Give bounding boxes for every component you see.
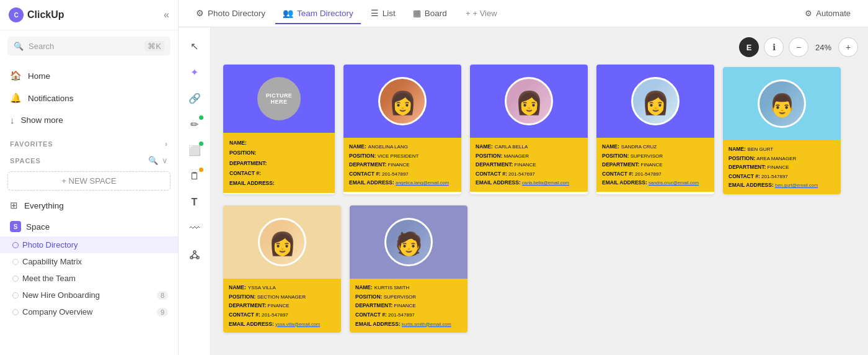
kurtis-card-top: 🧑	[350, 205, 467, 279]
magic-tool[interactable]: ✦	[184, 61, 206, 83]
cursor-tool[interactable]: ↖	[184, 35, 206, 57]
info-button[interactable]: ℹ	[764, 37, 784, 57]
link-tool[interactable]: 🔗	[184, 87, 206, 109]
favorites-section: FAVORITES ›	[0, 133, 178, 151]
network-tool[interactable]	[184, 243, 206, 266]
sidebar: C ClickUp « 🔍 Search ⌘K 🏠 Home 🔔 Notific…	[0, 0, 179, 355]
draw-icon: 〰	[190, 223, 200, 234]
app-name: ClickUp	[27, 9, 64, 20]
notifications-label: Notifications	[28, 94, 74, 103]
sidebar-item-space[interactable]: S Space	[0, 217, 178, 236]
tab-team-directory[interactable]: 👥 Team Directory	[275, 3, 361, 24]
app-logo[interactable]: C ClickUp	[9, 7, 64, 22]
profile-card-yssa[interactable]: 👩 NAME: YSSA VILLA POSITION: SECTION MAN…	[223, 205, 341, 333]
tab-board[interactable]: ▦ Board	[405, 3, 454, 24]
main-content: ⚙ Photo Directory 👥 Team Directory ☰ Lis…	[179, 0, 868, 355]
svg-line-3	[192, 253, 195, 256]
ben-card-info: NAME: BEN GURT POSITION: AREA MANAGER DE…	[723, 140, 841, 194]
sidebar-item-notifications[interactable]: 🔔 Notifications	[0, 87, 178, 109]
add-view-label: + View	[472, 9, 497, 18]
sidebar-item-capability-matrix[interactable]: Capability Matrix	[0, 253, 178, 270]
angelina-card-info: NAME: ANGELINA LANG POSITION: VICE PRESI…	[343, 138, 461, 192]
collapse-button[interactable]: «	[164, 9, 169, 20]
template-card[interactable]: PICTURE HERE NAME: POSITION: DEPARTMENT:…	[223, 65, 335, 194]
yssa-emoji: 👩	[260, 220, 304, 266]
everything-icon: ⊞	[10, 200, 18, 211]
space-name: Space	[26, 222, 50, 231]
new-hire-onboarding-label: New Hire Onboarding	[22, 290, 100, 300]
profile-card-carla[interactable]: 👩 NAME: CARLA BELLA POSITION: MANAGER DE…	[470, 65, 588, 194]
everything-label: Everything	[24, 201, 64, 210]
profile-card-kurtis[interactable]: 🧑 NAME: KURTIS SMITH POSITION: SUPERVISO…	[350, 205, 467, 333]
zoom-in-button[interactable]: +	[838, 37, 858, 57]
plus-icon: +	[846, 42, 851, 52]
pencil-dot	[199, 115, 203, 120]
pencil-icon: ✏	[190, 119, 198, 130]
sidebar-item-photo-directory[interactable]: Photo Directory	[0, 236, 178, 253]
template-card-bottom: NAME: POSITION: DEPARTMENT: CONTACT #: E…	[223, 133, 335, 193]
new-space-button[interactable]: + NEW SPACE	[7, 171, 170, 191]
info-icon: ℹ	[773, 42, 776, 52]
sidebar-nav: 🏠 Home 🔔 Notifications ↓ Show more	[0, 62, 178, 133]
rectangle-tool[interactable]: ⬜	[184, 139, 206, 161]
user-avatar[interactable]: E	[739, 37, 759, 57]
photo-directory-label: Photo Directory	[22, 240, 78, 249]
cards-container[interactable]: PICTURE HERE NAME: POSITION: DEPARTMENT:…	[211, 27, 868, 355]
text-tool[interactable]: T	[184, 191, 206, 213]
zoom-out-button[interactable]: −	[789, 37, 808, 57]
tab-photo-directory[interactable]: ⚙ Photo Directory	[188, 3, 273, 24]
angelina-avatar: 👩	[378, 77, 427, 125]
sticky-dot	[199, 168, 203, 172]
company-overview-label: Company Overview	[22, 307, 92, 317]
pencil-tool[interactable]: ✏	[184, 113, 206, 135]
toolbar: ↖ ✦ 🔗 ✏ ⬜ 🗒 T	[179, 27, 211, 355]
spaces-icons: 🔍 ∨	[148, 156, 168, 165]
spaces-header: SPACES 🔍 ∨	[0, 151, 178, 168]
add-view-button[interactable]: + + View	[459, 5, 503, 22]
sidebar-item-meet-the-team[interactable]: Meet the Team	[0, 270, 178, 287]
favorites-label: FAVORITES	[10, 140, 53, 148]
logo-icon: C	[9, 7, 24, 22]
carla-emoji: 👩	[507, 79, 551, 125]
cursor-icon: ↖	[190, 40, 198, 52]
sticky-tool[interactable]: 🗒	[184, 165, 206, 187]
magic-dot	[199, 63, 203, 68]
sidebar-item-show-more[interactable]: ↓ Show more	[0, 109, 178, 131]
rectangle-dot	[199, 142, 203, 146]
tab-bar: ⚙ Photo Directory 👥 Team Directory ☰ Lis…	[179, 0, 868, 27]
canvas-controls: E ℹ − 24% +	[739, 37, 858, 57]
sidebar-item-home[interactable]: 🏠 Home	[0, 65, 178, 87]
photo-directory-tab-icon: ⚙	[196, 8, 204, 18]
draw-tool[interactable]: 〰	[184, 217, 206, 240]
kurtis-emoji: 🧑	[386, 220, 431, 266]
profile-card-angelina[interactable]: 👩 NAME: ANGELINA LANG POSITION: VICE PRE…	[343, 65, 461, 194]
spaces-label: SPACES	[10, 157, 41, 164]
tab-list[interactable]: ☰ List	[363, 3, 403, 24]
canvas-area[interactable]: ↖ ✦ 🔗 ✏ ⬜ 🗒 T	[179, 27, 868, 355]
show-more-icon: ↓	[10, 115, 15, 125]
home-label: Home	[28, 71, 50, 81]
yssa-card-info: NAME: YSSA VILLA POSITION: SECTION MANAG…	[223, 279, 341, 333]
spaces-search-icon[interactable]: 🔍	[148, 156, 158, 165]
kurtis-card-info: NAME: KURTIS SMITH POSITION: SUPERVISOR …	[350, 279, 467, 333]
search-icon: 🔍	[14, 42, 24, 51]
sidebar-item-everything[interactable]: ⊞ Everything	[0, 194, 178, 217]
automate-icon: ⚙	[805, 9, 812, 18]
link-icon: 🔗	[188, 92, 201, 104]
home-icon: 🏠	[10, 70, 22, 81]
automate-button[interactable]: ⚙ Automate	[797, 5, 858, 22]
sandra-card-info: NAME: SANDRA CRUZ POSITION: SUPERVISOR D…	[596, 138, 714, 192]
board-tab-icon: ▦	[413, 8, 421, 18]
space-icon: S	[10, 221, 21, 232]
sticky-icon: 🗒	[190, 171, 200, 182]
sidebar-item-company-overview[interactable]: Company Overview 9	[0, 303, 178, 320]
sidebar-item-new-hire-onboarding[interactable]: New Hire Onboarding 8	[0, 287, 178, 303]
spaces-chevron-icon[interactable]: ∨	[162, 156, 168, 165]
favorites-chevron[interactable]: ›	[165, 140, 168, 148]
profile-card-sandra[interactable]: 👩 NAME: SANDRA CRUZ POSITION: SUPERVISOR…	[596, 65, 714, 194]
new-hire-badge: 8	[157, 291, 168, 300]
board-tab-label: Board	[425, 9, 447, 18]
search-bar[interactable]: 🔍 Search ⌘K	[7, 37, 170, 56]
sidebar-logo-row: C ClickUp «	[0, 0, 178, 30]
profile-card-ben[interactable]: 👨 NAME: BEN GURT POSITION: AREA MANAGER …	[723, 67, 841, 194]
